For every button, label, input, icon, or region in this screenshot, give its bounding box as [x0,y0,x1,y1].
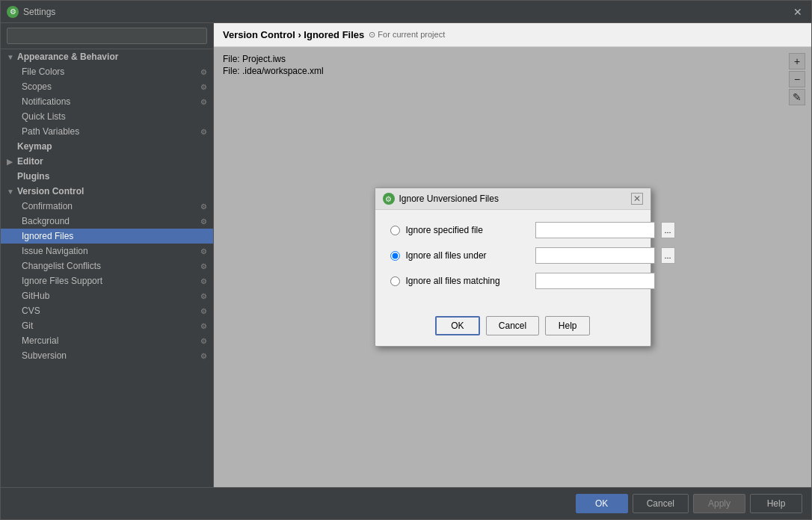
dialog-title-bar: ⚙ Ignore Unversioned Files ✕ [375,188,650,210]
sidebar-item-label: Subversion [22,350,67,361]
sidebar-item-keymap[interactable]: Keymap [1,139,213,154]
expand-icon: ▶ [7,158,14,166]
sidebar-item-scopes[interactable]: Scopes ⚙ [1,79,213,94]
browse-button-2[interactable]: ... [661,247,675,264]
breadcrumb-separator: › [295,29,304,40]
sidebar-item-version-control[interactable]: ▼ Version Control [1,184,213,199]
sidebar-item-subversion[interactable]: Subversion ⚙ [1,348,213,363]
dialog-title: Ignore Unversioned Files [399,194,499,204]
settings-window: ⚙ Settings ✕ ▼ Appearance & Behavior Fil… [0,0,812,520]
settings-indicator-icon: ⚙ [200,247,207,256]
sidebar-item-label: Background [22,216,70,226]
window-close-button[interactable]: ✕ [790,4,805,19]
settings-indicator-icon: ⚙ [200,83,207,91]
breadcrumb-base: Version Control [223,29,295,40]
sidebar-item-issue-navigation[interactable]: Issue Navigation ⚙ [1,244,213,259]
sidebar-item-path-variables[interactable]: Path Variables ⚙ [1,124,213,139]
ignore-specified-input[interactable] [535,222,655,238]
sidebar-item-ignore-files-support[interactable]: Ignore Files Support ⚙ [1,273,213,288]
bottom-bar: OK Cancel Apply Help [1,487,811,519]
sidebar-item-file-colors[interactable]: File Colors ⚙ [1,64,213,79]
radio-row-1: Ignore specified file ... [390,222,636,238]
right-panel: Version Control › Ignored Files ⊙ For cu… [214,23,811,487]
settings-indicator-icon: ⚙ [200,322,207,330]
sidebar: ▼ Appearance & Behavior File Colors ⚙ Sc… [1,23,214,487]
dialog-app-icon: ⚙ [383,193,395,205]
sidebar-item-editor[interactable]: ▶ Editor [1,154,213,169]
radio-ignore-specified[interactable] [390,226,400,235]
sidebar-item-label: Mercurial [22,335,58,346]
radio-row-2: Ignore all files under ... [390,247,636,264]
search-input[interactable] [7,28,207,44]
tree-container: ▼ Appearance & Behavior File Colors ⚙ Sc… [1,49,213,487]
sidebar-item-label: Git [22,321,33,331]
apply-button[interactable]: Apply [693,494,745,513]
sidebar-item-label: Quick Lists [22,111,66,122]
app-icon: ⚙ [7,6,19,18]
sidebar-item-label: GitHub [22,291,49,301]
expand-icon: ▼ [7,188,14,196]
search-box [1,23,213,49]
ignore-matching-input[interactable] [535,273,655,289]
sidebar-item-label: CVS [22,306,40,316]
panel-header: Version Control › Ignored Files ⊙ For cu… [214,23,811,47]
dialog-close-button[interactable]: ✕ [631,193,643,205]
panel-body: File: Project.iws File: .idea/workspace.… [214,47,811,487]
settings-indicator-icon: ⚙ [200,68,207,76]
panel-subtitle: ⊙ For current project [369,30,445,40]
sidebar-item-label: Appearance & Behavior [17,52,118,62]
sidebar-item-git[interactable]: Git ⚙ [1,318,213,333]
dialog-help-button[interactable]: Help [545,316,590,335]
sidebar-item-label: Ignored Files [22,231,73,241]
settings-indicator-icon: ⚙ [200,262,207,270]
ignore-dialog: ⚙ Ignore Unversioned Files ✕ Ignore spec… [375,188,651,347]
sidebar-item-label: Editor [17,156,43,167]
settings-indicator-icon: ⚙ [200,352,207,360]
settings-indicator-icon: ⚙ [200,98,207,106]
sidebar-item-github[interactable]: GitHub ⚙ [1,288,213,303]
sidebar-item-ignored-files[interactable]: Ignored Files [1,229,213,244]
settings-indicator-icon: ⚙ [200,128,207,136]
radio-ignore-matching[interactable] [390,276,400,286]
radio-label-2: Ignore all files under [406,250,529,261]
settings-indicator-icon: ⚙ [200,307,207,315]
radio-row-3: Ignore all files matching [390,273,636,289]
radio-ignore-all-under[interactable] [390,251,400,261]
sidebar-item-background[interactable]: Background ⚙ [1,214,213,229]
settings-indicator-icon: ⚙ [200,202,207,211]
sidebar-item-cvs[interactable]: CVS ⚙ [1,303,213,318]
settings-indicator-icon: ⚙ [200,217,207,226]
sidebar-item-notifications[interactable]: Notifications ⚙ [1,94,213,109]
dialog-buttons: OK Cancel Help [375,310,650,346]
sidebar-item-appearance[interactable]: ▼ Appearance & Behavior [1,49,213,64]
sidebar-item-label: Confirmation [22,201,73,211]
main-content: ▼ Appearance & Behavior File Colors ⚙ Sc… [1,23,811,487]
settings-indicator-icon: ⚙ [200,337,207,345]
sidebar-item-label: File Colors [22,66,64,77]
sidebar-item-mercurial[interactable]: Mercurial ⚙ [1,333,213,348]
ignore-under-input[interactable] [535,247,655,264]
dialog-ok-button[interactable]: OK [435,316,480,335]
radio-label-3: Ignore all files matching [406,276,529,286]
sidebar-item-label: Version Control [17,186,84,196]
sidebar-item-confirmation[interactable]: Confirmation ⚙ [1,199,213,214]
sidebar-item-plugins[interactable]: Plugins [1,169,213,184]
expand-icon: ▼ [7,53,14,61]
radio-label-1: Ignore specified file [406,225,529,235]
sidebar-item-label: Scopes [22,81,52,92]
title-bar-left: ⚙ Settings [7,6,55,18]
window-title: Settings [23,7,55,17]
breadcrumb: Version Control › Ignored Files [223,29,364,40]
dialog-body: Ignore specified file ... Ignore all fil… [375,210,650,310]
sidebar-item-quick-lists[interactable]: Quick Lists [1,109,213,124]
title-bar: ⚙ Settings ✕ [1,1,811,23]
ok-button[interactable]: OK [576,494,628,513]
sidebar-item-changelist-conflicts[interactable]: Changelist Conflicts ⚙ [1,259,213,273]
sidebar-item-label: Ignore Files Support [22,276,102,286]
dialog-cancel-button[interactable]: Cancel [486,316,539,335]
breadcrumb-current: Ignored Files [304,29,364,40]
sidebar-item-label: Issue Navigation [22,246,88,256]
cancel-button[interactable]: Cancel [633,494,689,513]
browse-button-1[interactable]: ... [661,222,675,238]
help-button[interactable]: Help [750,494,802,513]
